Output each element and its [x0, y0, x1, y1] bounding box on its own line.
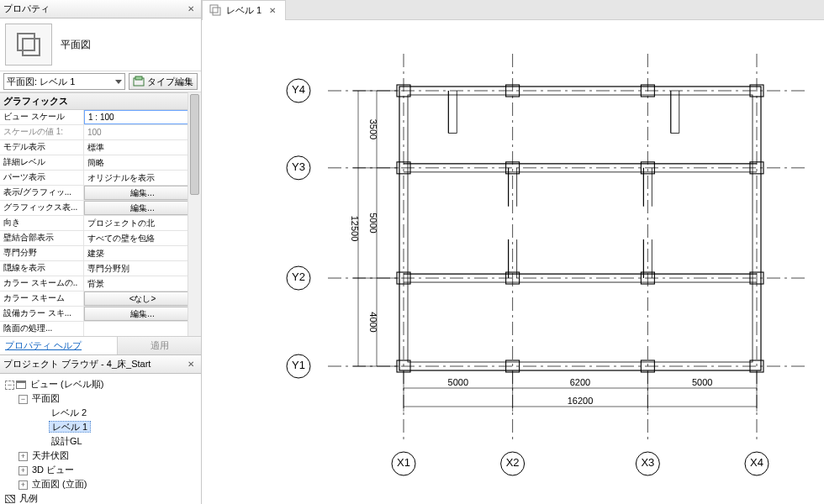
- param-visibility-graphics[interactable]: 表示/グラフィッ...編集...: [0, 186, 201, 201]
- param-view-scale[interactable]: ビュー スケール1 : 100: [0, 110, 201, 125]
- properties-help-link[interactable]: プロパティ ヘルプ: [0, 339, 87, 352]
- drawing-canvas[interactable]: Y1Y2Y3Y4X1X2X3X4500062005000162004000500…: [202, 20, 824, 504]
- type-selector[interactable]: 平面図: [0, 18, 201, 71]
- floorplan-icon: [209, 4, 221, 16]
- edit-type-icon: [133, 76, 145, 87]
- param-scale-value: スケールの値 1:100: [0, 125, 201, 140]
- properties-panel: プロパティ 平面図 平面図: レベル 1 タイプ編集 グラフィックス⌃ ビュー …: [0, 0, 201, 355]
- edit-type-button[interactable]: タイプ編集: [129, 73, 198, 90]
- svg-text:5000: 5000: [368, 213, 378, 233]
- param-model-display[interactable]: モデル表示標準: [0, 140, 201, 155]
- svg-text:Y1: Y1: [292, 359, 305, 371]
- svg-rect-4: [210, 5, 218, 13]
- svg-text:4000: 4000: [368, 312, 378, 332]
- project-tree: −ビュー (レベル順) −平面図 レベル 2 レベル 1 設計GL +天井伏図 …: [0, 374, 201, 504]
- svg-text:16200: 16200: [568, 396, 594, 406]
- svg-rect-0: [18, 34, 34, 50]
- apply-button[interactable]: 適用: [117, 337, 201, 354]
- svg-text:X4: X4: [750, 456, 763, 469]
- project-browser-panel: プロジェクト ブラウザ - 4_床_Start −ビュー (レベル順) −平面図…: [0, 355, 201, 504]
- svg-rect-1: [23, 39, 40, 55]
- minus-icon[interactable]: −: [18, 395, 28, 404]
- parameter-grid: グラフィックス⌃ ビュー スケール1 : 100 スケールの値 1:100 モデ…: [0, 92, 201, 336]
- param-color-scheme[interactable]: カラー スキーム<なし>: [0, 291, 201, 307]
- view-tab-bar: レベル 1: [202, 0, 824, 20]
- plus-icon[interactable]: +: [18, 480, 28, 490]
- svg-text:12500: 12500: [350, 216, 360, 242]
- properties-footer: プロパティ ヘルプ 適用: [0, 336, 201, 354]
- svg-text:5000: 5000: [448, 377, 468, 387]
- plus-icon[interactable]: +: [18, 452, 28, 461]
- svg-text:X3: X3: [641, 456, 654, 469]
- legend-icon: [5, 495, 15, 503]
- view-tab-label: レベル 1: [226, 4, 261, 17]
- properties-titlebar: プロパティ: [0, 0, 201, 18]
- tree-design-gl[interactable]: 設計GL: [2, 434, 199, 449]
- tree-level1[interactable]: レベル 1: [2, 420, 199, 434]
- tree-views-root[interactable]: −ビュー (レベル順): [2, 377, 199, 391]
- plus-icon[interactable]: +: [18, 466, 28, 475]
- tree-3d-views[interactable]: +3D ビュー: [2, 463, 199, 477]
- svg-text:Y3: Y3: [292, 160, 305, 173]
- tree-floor-plans[interactable]: −平面図: [2, 391, 199, 406]
- browser-title: プロジェクト ブラウザ - 4_床_Start: [3, 358, 184, 370]
- svg-text:3500: 3500: [368, 119, 378, 139]
- close-icon[interactable]: [267, 4, 278, 16]
- scrollbar[interactable]: [188, 92, 201, 336]
- svg-rect-30: [399, 87, 761, 370]
- scrollbar-thumb[interactable]: [190, 94, 199, 195]
- param-parts[interactable]: パーツ表示オリジナルを表示: [0, 171, 201, 186]
- tree-elevations[interactable]: +立面図 (立面): [2, 477, 199, 491]
- minus-icon[interactable]: −: [5, 381, 14, 390]
- doc-icon: [16, 381, 26, 389]
- instance-row: 平面図: レベル 1 タイプ編集: [0, 71, 201, 92]
- instance-dropdown[interactable]: 平面図: レベル 1: [3, 73, 125, 90]
- floorplan-icon: [5, 24, 52, 66]
- svg-text:X2: X2: [506, 456, 520, 469]
- svg-rect-5: [213, 8, 220, 15]
- svg-text:5000: 5000: [692, 377, 712, 387]
- param-orientation[interactable]: 向きプロジェクトの北: [0, 216, 201, 231]
- group-graphics[interactable]: グラフィックス⌃: [0, 92, 201, 110]
- param-wall-join[interactable]: 壁結合部表示すべての壁を包絡: [0, 231, 201, 246]
- browser-titlebar: プロジェクト ブラウザ - 4_床_Start: [0, 355, 201, 374]
- param-hidden-lines[interactable]: 隠線を表示専門分野別: [0, 261, 201, 276]
- param-detail-level[interactable]: 詳細レベル簡略: [0, 155, 201, 171]
- param-discipline[interactable]: 専門分野建築: [0, 246, 201, 261]
- svg-text:X1: X1: [397, 456, 410, 469]
- view-tab-level1[interactable]: レベル 1: [202, 0, 286, 20]
- close-icon[interactable]: [184, 3, 198, 16]
- tree-ceiling-plans[interactable]: +天井伏図: [2, 449, 199, 463]
- type-label: 平面図: [61, 38, 91, 52]
- param-cut[interactable]: 陰面の処理...: [0, 322, 201, 336]
- svg-rect-3: [135, 76, 142, 80]
- close-icon[interactable]: [184, 358, 198, 371]
- param-system-color-scheme[interactable]: 設備カラー スキ...編集...: [0, 307, 201, 322]
- svg-rect-31: [408, 95, 753, 362]
- param-graphic-display[interactable]: グラフィックス表...編集...: [0, 201, 201, 216]
- svg-text:6200: 6200: [570, 377, 590, 387]
- tree-legends[interactable]: 凡例: [2, 491, 199, 504]
- param-color-scheme-loc[interactable]: カラー スキームの..背景: [0, 276, 201, 291]
- tree-level2[interactable]: レベル 2: [2, 406, 199, 420]
- svg-text:Y2: Y2: [292, 270, 305, 283]
- properties-title: プロパティ: [3, 3, 184, 15]
- svg-text:Y4: Y4: [292, 83, 305, 96]
